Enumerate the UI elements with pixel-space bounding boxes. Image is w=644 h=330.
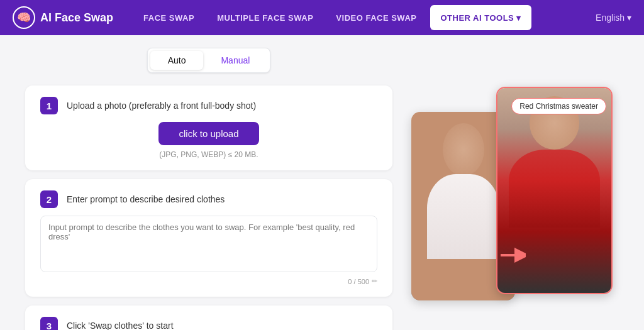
- nav-links: FACE SWAP MULTIPLE FACE SWAP VIDEO FACE …: [132, 0, 596, 35]
- step-3-card: 3 Click 'Swap clothes' to start: [25, 305, 392, 330]
- step-1-header: 1 Upload a photo (preferably a front ful…: [40, 97, 377, 114]
- nav-face-swap[interactable]: FACE SWAP: [132, 0, 206, 35]
- textarea-footer: 0 / 500 ✏: [40, 277, 377, 285]
- demo-container: Red Christmas sweater: [411, 87, 613, 326]
- char-count: 0 / 500: [348, 278, 369, 285]
- step-2-header: 2 Enter prompt to describe desired cloth…: [40, 190, 377, 208]
- logo-text: AI Face Swap: [40, 11, 113, 25]
- step-2-number: 2: [40, 190, 58, 208]
- tab-manual[interactable]: Manual: [203, 51, 267, 70]
- upload-button[interactable]: click to upload: [158, 122, 258, 145]
- step-1-card: 1 Upload a photo (preferably a front ful…: [25, 85, 392, 170]
- chevron-down-icon: ▾: [516, 13, 521, 23]
- nav-video-face-swap[interactable]: VIDEO FACE SWAP: [325, 0, 428, 35]
- tab-group: Auto Manual: [147, 48, 271, 73]
- language-selector[interactable]: English ▾: [596, 13, 631, 23]
- demo-label-badge: Red Christmas sweater: [511, 98, 606, 114]
- edit-icon: ✏: [372, 277, 377, 285]
- nav-multiple-face-swap[interactable]: MULTIPLE FACE SWAP: [206, 0, 325, 35]
- step-2-card: 2 Enter prompt to describe desired cloth…: [25, 179, 392, 297]
- prompt-textarea[interactable]: [40, 216, 377, 272]
- main-content: Auto Manual 1 Upload a photo (preferably…: [0, 35, 644, 330]
- left-panel: Auto Manual 1 Upload a photo (preferably…: [25, 48, 392, 330]
- logo[interactable]: 🧠 AI Face Swap: [13, 6, 113, 29]
- step-3-title: Click 'Swap clothes' to start: [67, 321, 174, 330]
- tab-auto[interactable]: Auto: [150, 51, 204, 70]
- arrow-icon: [498, 246, 526, 269]
- tabs-container: Auto Manual: [25, 48, 392, 73]
- step-3-number: 3: [40, 317, 58, 330]
- step-1-number: 1: [40, 97, 58, 114]
- nav-other-ai-tools[interactable]: OTHER AI TOOLS ▾: [430, 5, 531, 30]
- navbar: 🧠 AI Face Swap FACE SWAP MULTIPLE FACE S…: [0, 0, 644, 35]
- step-2-title: Enter prompt to describe desired clothes: [67, 194, 225, 204]
- step-3-header: 3 Click 'Swap clothes' to start: [40, 317, 377, 330]
- upload-hint: (JPG, PNG, WEBP) ≤ 20 MB.: [40, 150, 377, 159]
- step-1-title: Upload a photo (preferably a front full-…: [67, 101, 256, 111]
- right-panel: Red Christmas sweater: [405, 48, 619, 330]
- logo-icon: 🧠: [13, 6, 35, 29]
- chevron-icon: ▾: [627, 13, 631, 23]
